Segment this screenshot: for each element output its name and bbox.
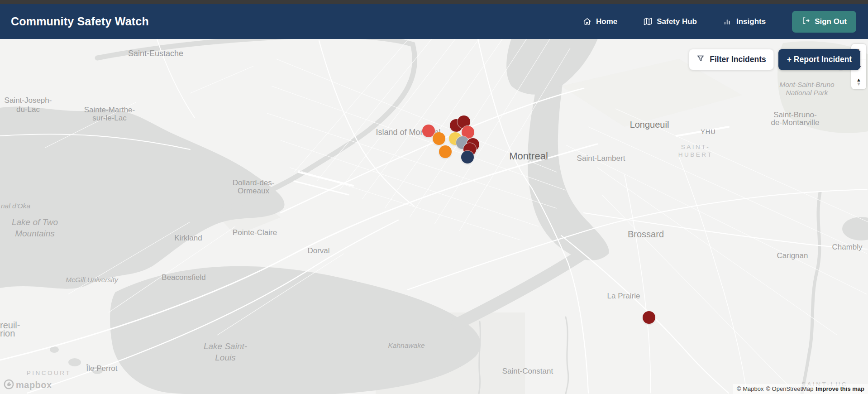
nav-item-safety-hub[interactable]: Safety Hub bbox=[644, 17, 697, 26]
mapbox-logo[interactable]: mapbox bbox=[4, 379, 52, 391]
report-button-label: + Report Incident bbox=[787, 55, 852, 64]
map-attribution: © Mapbox © OpenStreetMap Improve this ma… bbox=[733, 384, 868, 394]
app-header: Community Safety Watch Home Safety Hub I… bbox=[0, 4, 868, 39]
arrow-down-icon: ▼ bbox=[856, 82, 861, 86]
mapbox-logo-text: mapbox bbox=[16, 380, 52, 390]
mapbox-logo-icon bbox=[4, 379, 14, 391]
map-base-tiles bbox=[0, 39, 868, 394]
nav-item-insights[interactable]: Insights bbox=[723, 17, 766, 26]
pitch-toggle-button[interactable]: ▲ ▼ bbox=[851, 74, 866, 89]
sign-out-label: Sign Out bbox=[815, 17, 847, 26]
sign-out-button[interactable]: Sign Out bbox=[792, 11, 856, 33]
main-nav: Home Safety Hub Insights Sign Out bbox=[583, 11, 856, 33]
improve-this-map-link[interactable]: Improve this map bbox=[816, 385, 864, 392]
attribution-osm-link[interactable]: © OpenStreetMap bbox=[766, 385, 813, 392]
map-canvas[interactable]: Saint-EustacheSaint-Joseph-du-LacSainte-… bbox=[0, 39, 868, 394]
incident-marker[interactable] bbox=[439, 145, 452, 158]
nav-label: Home bbox=[596, 17, 617, 26]
incident-marker[interactable] bbox=[433, 132, 445, 145]
sign-out-icon bbox=[801, 16, 810, 27]
attribution-mapbox-link[interactable]: © Mapbox bbox=[737, 385, 763, 392]
incident-marker[interactable] bbox=[461, 151, 474, 163]
page-title: Community Safety Watch bbox=[11, 15, 149, 28]
bar-chart-icon bbox=[723, 17, 732, 26]
window-top-strip bbox=[0, 0, 868, 4]
incident-marker[interactable] bbox=[643, 311, 655, 324]
nav-label: Safety Hub bbox=[657, 17, 697, 26]
report-incident-button[interactable]: + Report Incident bbox=[778, 49, 860, 70]
map-icon bbox=[644, 17, 652, 26]
home-icon bbox=[583, 17, 591, 26]
nav-label: Insights bbox=[736, 17, 766, 26]
funnel-icon bbox=[696, 54, 705, 65]
filter-button-label: Filter Incidents bbox=[710, 55, 766, 64]
nav-item-home[interactable]: Home bbox=[583, 17, 617, 26]
filter-incidents-button[interactable]: Filter Incidents bbox=[689, 49, 774, 70]
